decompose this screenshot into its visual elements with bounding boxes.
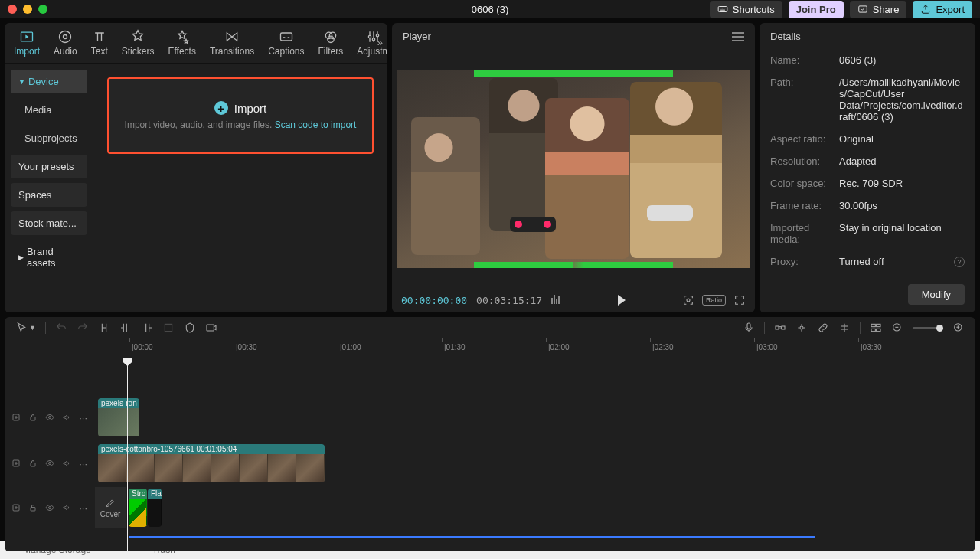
track-lock-icon[interactable] — [28, 503, 38, 512]
tab-import[interactable]: Import — [11, 26, 43, 60]
track-mute-icon[interactable] — [62, 413, 71, 422]
source-media[interactable]: Media — [11, 98, 87, 122]
svg-rect-19 — [779, 327, 782, 329]
freeze-tool[interactable] — [205, 322, 217, 334]
redo-button[interactable] — [77, 322, 89, 334]
project-title: 0606 (3) — [472, 4, 508, 15]
current-time: 00:00:00:00 — [401, 295, 467, 306]
zoom-in[interactable] — [952, 322, 965, 334]
svg-rect-21 — [871, 324, 875, 326]
track-controls: ··· — [5, 487, 95, 528]
svg-rect-16 — [747, 323, 750, 329]
split-left-tool[interactable] — [119, 322, 132, 334]
marker-tool[interactable] — [184, 322, 196, 334]
magnet-tool[interactable] — [774, 322, 786, 334]
details-name: 0606 (3) — [839, 54, 876, 66]
track-mute-icon[interactable] — [62, 459, 71, 468]
maximize-window[interactable] — [38, 5, 47, 14]
link-tool[interactable] — [817, 322, 829, 334]
export-button[interactable]: Export — [913, 1, 972, 18]
zoom-slider[interactable] — [913, 327, 943, 329]
track-lock-icon[interactable] — [28, 459, 38, 468]
tab-audio[interactable]: Audio — [51, 26, 80, 60]
plus-icon: + — [214, 101, 228, 115]
clip-stro[interactable]: Stro — [129, 489, 147, 527]
track-more-icon[interactable]: ··· — [79, 502, 87, 514]
player-label: Player — [403, 31, 431, 42]
total-time: 00:03:15:17 — [476, 295, 542, 306]
svg-point-9 — [328, 36, 334, 42]
scan-code-link[interactable]: Scan code to import — [275, 119, 357, 130]
svg-point-8 — [329, 32, 335, 38]
track-view-tool[interactable] — [870, 322, 882, 334]
zoom-out[interactable] — [891, 322, 903, 334]
svg-rect-1 — [718, 7, 727, 12]
source-spaces[interactable]: Spaces — [11, 183, 87, 207]
tab-captions[interactable]: Captions — [265, 26, 307, 60]
svg-point-13 — [687, 299, 690, 302]
split-right-tool[interactable] — [141, 322, 153, 334]
shortcuts-button[interactable]: Shortcuts — [710, 1, 782, 18]
minimize-window[interactable] — [23, 5, 32, 14]
track-add-icon[interactable] — [11, 503, 21, 512]
fullscreen-icon[interactable] — [733, 294, 746, 306]
link-preview-tool[interactable] — [795, 322, 808, 334]
source-stock[interactable]: Stock mate... — [11, 211, 87, 235]
track-more-icon[interactable]: ··· — [79, 458, 87, 469]
track-eye-icon[interactable] — [45, 413, 54, 422]
mic-tool[interactable] — [743, 322, 755, 334]
timeline-ruler[interactable]: |00:00 |00:30 |01:00 |01:30 |02:00 |02:3… — [127, 338, 975, 358]
details-fps: 30.00fps — [839, 200, 877, 211]
cover-button[interactable]: Cover — [95, 487, 126, 528]
clip-pexels-ron[interactable]: pexels-ron — [98, 398, 139, 436]
pencil-icon — [105, 498, 116, 508]
clip-fla[interactable]: Fla — [148, 489, 162, 527]
track-lock-icon[interactable] — [28, 413, 38, 422]
svg-point-32 — [49, 463, 51, 465]
svg-rect-18 — [782, 326, 785, 329]
playhead[interactable] — [127, 358, 128, 551]
track-eye-icon[interactable] — [45, 459, 54, 468]
track-eye-icon[interactable] — [45, 503, 54, 512]
track-mute-icon[interactable] — [62, 503, 71, 512]
player-menu-icon[interactable] — [732, 32, 744, 41]
info-icon[interactable]: ? — [954, 257, 965, 267]
svg-point-29 — [49, 417, 51, 419]
ratio-button[interactable]: Ratio — [702, 295, 726, 306]
tab-filters[interactable]: Filters — [315, 26, 347, 60]
tab-stickers[interactable]: Stickers — [119, 26, 158, 60]
modify-button[interactable]: Modify — [908, 284, 965, 305]
split-tool[interactable] — [98, 322, 110, 334]
undo-button[interactable] — [55, 322, 67, 334]
video-preview[interactable] — [397, 70, 750, 268]
focus-icon[interactable] — [682, 294, 694, 306]
source-subprojects[interactable]: Subprojects — [11, 126, 87, 150]
track-add-icon[interactable] — [11, 413, 21, 422]
media-tabs: Import Audio Text Stickers Effects Trans… — [5, 23, 387, 64]
close-window[interactable] — [8, 5, 17, 14]
tab-effects[interactable]: Effects — [165, 26, 198, 60]
source-presets[interactable]: Your presets — [11, 155, 87, 178]
align-tool[interactable] — [838, 322, 851, 334]
tab-text[interactable]: Text — [88, 26, 111, 60]
play-button[interactable] — [618, 295, 626, 306]
track-more-icon[interactable]: ··· — [79, 412, 87, 423]
clip-pexels-cottonbro[interactable]: pexels-cottonbro-10576661 00:01:05:04 — [98, 444, 325, 482]
timeline-tracks[interactable]: ··· pexels-ron ··· pexels-cottonbro-1057… — [5, 358, 975, 551]
svg-point-11 — [372, 38, 374, 41]
import-dropzone[interactable]: +Import Import video, audio, and image f… — [107, 77, 374, 154]
media-panel: Import Audio Text Stickers Effects Trans… — [5, 23, 387, 312]
track-add-icon[interactable] — [11, 459, 21, 468]
source-device[interactable]: ▼Device — [11, 70, 87, 93]
share-button[interactable]: Share — [850, 1, 907, 18]
window-controls — [8, 5, 47, 14]
source-brand[interactable]: ▶Brand assets — [11, 240, 87, 275]
join-pro-button[interactable]: Join Pro — [789, 1, 844, 18]
crop-tool[interactable] — [162, 322, 175, 334]
tabs-overflow[interactable]: » — [377, 37, 383, 48]
details-panel: Details Name:0606 (3) Path:/Users/mallik… — [760, 23, 975, 312]
svg-rect-23 — [871, 329, 875, 331]
import-hint: Import video, audio, and image files. Sc… — [125, 119, 357, 130]
pointer-tool[interactable]: ▼ — [15, 322, 36, 334]
tab-transitions[interactable]: Transitions — [207, 26, 257, 60]
